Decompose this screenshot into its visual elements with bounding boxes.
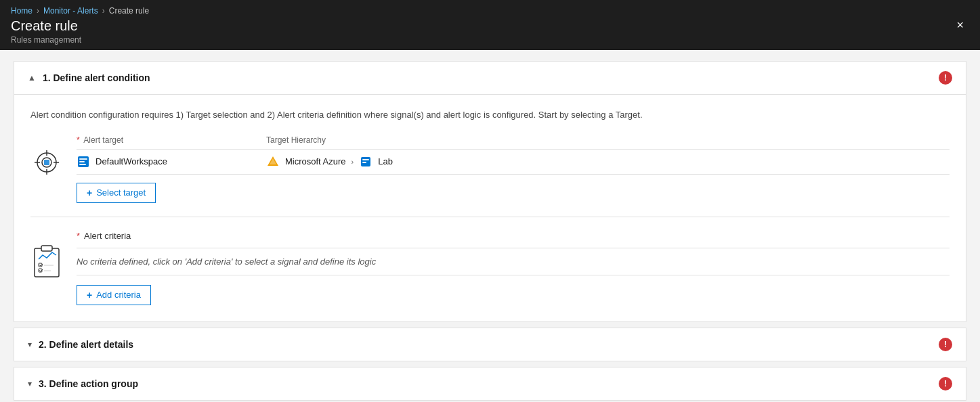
target-details: * Alert target Target Hierarchy <box>77 135 950 203</box>
section-2-card: ▾ 2. Define alert details ! <box>14 328 966 361</box>
target-row: DefaultWorkspace <box>77 149 950 174</box>
svg-rect-17 <box>41 246 52 251</box>
section-3-chevron-icon: ▾ <box>28 379 32 388</box>
workspace-cell: DefaultWorkspace <box>77 149 266 174</box>
section-1-chevron-icon: ▲ <box>28 73 36 83</box>
svg-rect-16 <box>35 248 59 277</box>
workspace-name: DefaultWorkspace <box>95 156 167 166</box>
add-criteria-button[interactable]: + Add criteria <box>77 285 151 305</box>
alert-target-block: * Alert target Target Hierarchy <box>30 135 950 203</box>
section-1-header-left: ▲ 1. Define alert condition <box>28 72 150 83</box>
svg-rect-9 <box>79 161 85 162</box>
breadcrumb: Home › Monitor - Alerts › Create rule <box>11 6 969 16</box>
hierarchy-chevron-icon: › <box>351 158 354 166</box>
criteria-empty-message: No criteria defined, click on 'Add crite… <box>77 248 950 275</box>
section-1-body: Alert condition configuration requires 1… <box>14 95 966 321</box>
svg-rect-10 <box>79 164 86 165</box>
breadcrumb-sep-1: › <box>37 6 39 16</box>
section-3-card: ▾ 3. Define action group ! <box>14 367 966 401</box>
page-subtitle: Rules management <box>11 35 969 45</box>
add-criteria-label: Add criteria <box>96 290 141 300</box>
criteria-label: * Alert criteria <box>77 231 950 241</box>
section-3-title: 3. Define action group <box>39 378 138 389</box>
close-button[interactable]: × <box>951 16 969 35</box>
workspace-icon <box>77 155 90 169</box>
alert-target-col-header: * Alert target <box>77 135 266 150</box>
select-target-label: Select target <box>96 187 146 198</box>
azure-icon <box>266 155 280 169</box>
section-1-header[interactable]: ▲ 1. Define alert condition ! <box>14 62 966 95</box>
target-table: * Alert target Target Hierarchy <box>77 135 950 175</box>
add-criteria-plus-icon: + <box>87 290 92 300</box>
hierarchy-value: Microsoft Azure › Lab <box>266 155 950 169</box>
section-1-card: ▲ 1. Define alert condition ! Alert cond… <box>14 61 966 322</box>
page-title: Create rule <box>11 18 969 34</box>
section-3-error-icon: ! <box>939 377 952 390</box>
main-content: ▲ 1. Define alert condition ! Alert cond… <box>0 50 980 402</box>
alert-criteria-block: * Alert criteria No criteria defined, cl… <box>30 231 950 305</box>
select-target-plus-icon: + <box>87 187 92 198</box>
target-crosshair-icon <box>33 149 60 176</box>
workspace-item: DefaultWorkspace <box>77 155 266 169</box>
select-target-button[interactable]: + Select target <box>77 183 156 203</box>
criteria-details: * Alert criteria No criteria defined, cl… <box>77 231 950 305</box>
section-1-title: 1. Define alert condition <box>43 72 150 83</box>
section-2-title: 2. Define alert details <box>39 339 133 350</box>
breadcrumb-monitor-alerts[interactable]: Monitor - Alerts <box>43 6 98 16</box>
svg-rect-15 <box>362 162 366 163</box>
svg-rect-8 <box>79 158 87 160</box>
criteria-divider <box>30 217 950 217</box>
criteria-clipboard-icon <box>32 244 62 278</box>
svg-line-19 <box>39 265 41 266</box>
lab-icon <box>359 155 372 169</box>
section-1-error-icon: ! <box>939 71 952 85</box>
svg-line-23 <box>39 270 41 271</box>
criteria-icon-container <box>30 231 63 278</box>
target-hierarchy-col-header: Target Hierarchy <box>266 135 950 150</box>
section-3-header-left: ▾ 3. Define action group <box>28 378 138 389</box>
section-2-error-icon: ! <box>939 338 952 351</box>
svg-rect-14 <box>362 159 369 160</box>
breadcrumb-home[interactable]: Home <box>11 6 33 16</box>
breadcrumb-current: Create rule <box>109 6 149 16</box>
section-2-header-left: ▾ 2. Define alert details <box>28 339 133 350</box>
section-1-description: Alert condition configuration requires 1… <box>30 108 950 122</box>
hierarchy-cell: Microsoft Azure › Lab <box>266 149 950 174</box>
target-icon-container <box>30 135 63 176</box>
section-3-header[interactable]: ▾ 3. Define action group ! <box>14 367 966 400</box>
azure-label: Microsoft Azure <box>285 156 346 166</box>
top-bar: Home › Monitor - Alerts › Create rule Cr… <box>0 0 980 50</box>
breadcrumb-sep-2: › <box>102 6 105 16</box>
section-2-chevron-icon: ▾ <box>28 340 32 349</box>
section-2-header[interactable]: ▾ 2. Define alert details ! <box>14 328 966 361</box>
svg-rect-6 <box>44 160 49 165</box>
lab-label: Lab <box>378 156 393 166</box>
